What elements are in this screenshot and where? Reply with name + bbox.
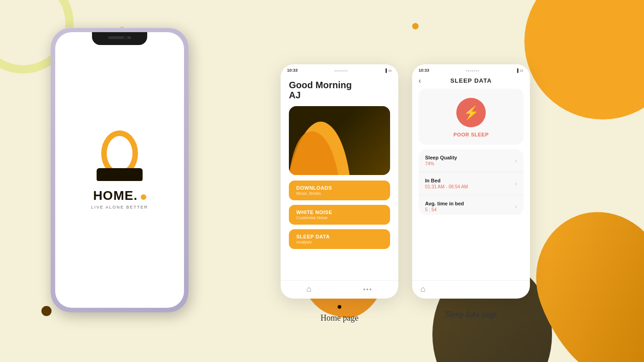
white-noise-title: WHITE NOISE bbox=[296, 209, 383, 215]
app-logo-icon bbox=[97, 130, 143, 181]
chevron-right-icon: › bbox=[515, 204, 517, 210]
logo-tagline: LIVE ALONE BETTER bbox=[91, 205, 148, 209]
sleep-content: ‹ SLEEP DATA ⚡ POOR SLEEP Sleep Quality bbox=[412, 74, 530, 299]
hero-image bbox=[289, 106, 390, 175]
sleep-page-label: Sleep data page bbox=[445, 310, 497, 319]
active-dot bbox=[338, 305, 341, 309]
user-name: AJ bbox=[289, 90, 390, 101]
sleep-home-nav-icon[interactable]: ⌂ bbox=[420, 284, 426, 294]
home-status-time: 10:33 bbox=[287, 68, 298, 73]
phone-notch bbox=[92, 32, 147, 45]
in-bed-title: In Bed bbox=[425, 178, 468, 183]
logo-text: HOME. bbox=[93, 188, 138, 203]
sleep-status-time: 10:33 bbox=[419, 68, 429, 73]
sleep-header: ‹ SLEEP DATA bbox=[412, 74, 530, 89]
home-status-middle: ●●●●●●● bbox=[334, 69, 348, 72]
sleep-data-title: SLEEP DATA bbox=[296, 234, 383, 239]
battery-icon: ▭ bbox=[388, 68, 392, 73]
sleep-quality-item[interactable]: Sleep Quality 74% › bbox=[419, 149, 523, 172]
lightning-icon: ⚡ bbox=[463, 105, 479, 120]
avg-time-value: 5 : 54 bbox=[425, 207, 464, 212]
sleep-page-title: SLEEP DATA bbox=[450, 77, 492, 84]
phone-mockup: HOME. LIVE ALONE BETTER bbox=[51, 28, 189, 312]
sleep-quality-icon-circle: ⚡ bbox=[456, 98, 486, 127]
avg-time-info: Avg. time in bed 5 : 54 bbox=[425, 201, 464, 212]
menu-buttons: DOWNLOADS Music, Books WHITE NOISE Custo… bbox=[289, 181, 390, 280]
bg-dot-dark bbox=[41, 306, 52, 316]
home-status-icons: ▐ ▭ bbox=[384, 68, 392, 73]
logo-dot bbox=[141, 194, 146, 200]
bg-orange-blob-top-right bbox=[524, 0, 644, 119]
sleep-quality-label: POOR SLEEP bbox=[454, 132, 489, 137]
logo-text-row: HOME. bbox=[93, 188, 146, 203]
page-indicator bbox=[338, 305, 341, 309]
phone-outer-shell: HOME. LIVE ALONE BETTER bbox=[51, 28, 189, 312]
sleep-data-list: Sleep Quality 74% › In Bed 01:31 AM - 06… bbox=[419, 149, 523, 215]
white-noise-button[interactable]: WHITE NOISE Customise Noise bbox=[289, 205, 390, 225]
signal-icon: ▐ bbox=[384, 68, 387, 73]
splash-screen: HOME. LIVE ALONE BETTER bbox=[91, 130, 148, 209]
sleep-quality-value: 74% bbox=[425, 161, 457, 166]
sleep-status-middle: ●●●●●●● bbox=[466, 69, 479, 72]
home-content: Good Morning AJ DOWNLOADS Music, Books bbox=[281, 74, 398, 280]
downloads-subtitle: Music, Books bbox=[296, 191, 383, 196]
sleep-quality-info: Sleep Quality 74% bbox=[425, 155, 457, 166]
home-page-label: Home page bbox=[321, 313, 358, 323]
battery-icon: ▭ bbox=[520, 68, 523, 73]
in-bed-info: In Bed 01:31 AM - 06:54 AM bbox=[425, 178, 468, 189]
sleep-status-icons: ▐ ▭ bbox=[516, 68, 523, 73]
screens-container: 10:33 ●●●●●●● ▐ ▭ Good Morning AJ bbox=[281, 64, 530, 323]
home-nav-icon[interactable]: ⌂ bbox=[306, 284, 311, 294]
logo-base bbox=[97, 168, 143, 181]
sleep-data-subtitle: Analysis bbox=[296, 240, 383, 244]
white-noise-subtitle: Customise Noise bbox=[296, 215, 383, 220]
bg-dot-orange-right bbox=[412, 23, 419, 29]
sleep-bottom-nav: ⌂ bbox=[412, 280, 530, 299]
sleep-quality-card: ⚡ POOR SLEEP bbox=[419, 89, 523, 145]
chevron-right-icon: › bbox=[515, 158, 517, 164]
home-status-bar: 10:33 ●●●●●●● ▐ ▭ bbox=[281, 64, 398, 74]
home-screen-card: 10:33 ●●●●●●● ▐ ▭ Good Morning AJ bbox=[281, 64, 398, 299]
back-button[interactable]: ‹ bbox=[419, 77, 421, 85]
sleep-quality-title: Sleep Quality bbox=[425, 155, 457, 160]
home-bottom-nav: ⌂ ••• bbox=[281, 280, 398, 299]
greeting-text: Good Morning bbox=[289, 80, 390, 90]
phone-screen: HOME. LIVE ALONE BETTER bbox=[55, 32, 184, 308]
sleep-data-button[interactable]: SLEEP DATA Analysis bbox=[289, 229, 390, 249]
phone-camera bbox=[123, 36, 128, 40]
sleep-screen-card: 10:33 ●●●●●●● ▐ ▭ ‹ SLEEP DATA ⚡ bbox=[412, 64, 530, 299]
chevron-right-icon: › bbox=[515, 181, 517, 187]
avg-time-item[interactable]: Avg. time in bed 5 : 54 › bbox=[419, 195, 523, 215]
sleep-status-bar: 10:33 ●●●●●●● ▐ ▭ bbox=[412, 64, 530, 74]
downloads-title: DOWNLOADS bbox=[296, 185, 383, 191]
hero-wave bbox=[289, 106, 350, 175]
downloads-button[interactable]: DOWNLOADS Music, Books bbox=[289, 181, 390, 200]
in-bed-value: 01:31 AM - 06:54 AM bbox=[425, 184, 468, 189]
avg-time-title: Avg. time in bed bbox=[425, 201, 464, 206]
more-nav-icon[interactable]: ••• bbox=[363, 286, 373, 293]
in-bed-item[interactable]: In Bed 01:31 AM - 06:54 AM › bbox=[419, 172, 523, 195]
signal-icon: ▐ bbox=[516, 68, 518, 73]
